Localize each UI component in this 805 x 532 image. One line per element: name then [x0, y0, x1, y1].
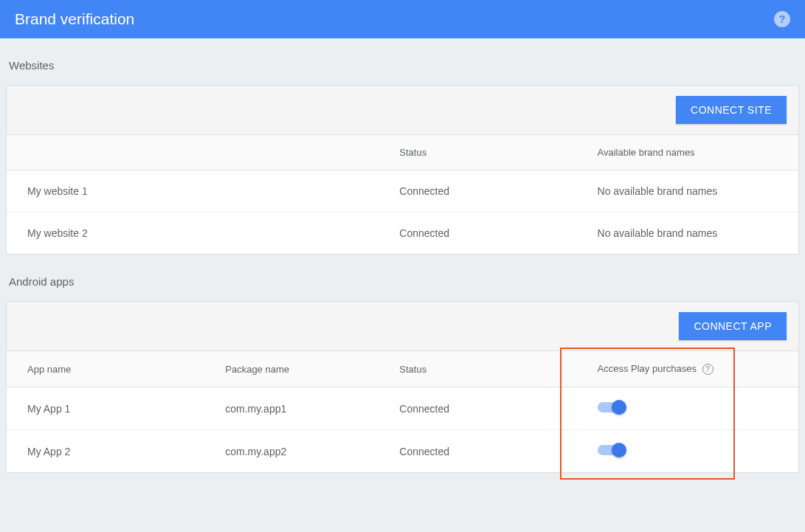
- apps-col-appname: App name: [7, 351, 204, 387]
- page-header: Brand verification ?: [0, 0, 805, 38]
- websites-section-label: Websites: [6, 38, 799, 85]
- connect-site-button[interactable]: CONNECT SITE: [676, 96, 787, 124]
- table-row: My website 2 Connected No available bran…: [7, 213, 798, 255]
- websites-card: CONNECT SITE Status Available brand name…: [6, 85, 799, 255]
- apps-col-status: Status: [379, 351, 576, 387]
- access-label: Access Play purchases: [598, 363, 697, 374]
- websites-col-brands: Available brand names: [577, 135, 798, 170]
- page-title: Brand verification: [15, 10, 134, 28]
- app-status: Connected: [379, 430, 576, 473]
- app-access-cell: [577, 430, 798, 473]
- apps-section-label: Android apps: [6, 255, 799, 301]
- table-row: My App 2 com.my.app2 Connected: [7, 430, 798, 473]
- app-access-cell: [577, 387, 798, 430]
- website-brands: No available brand names: [577, 213, 798, 255]
- apps-card: CONNECT APP App name Package name Status…: [6, 301, 799, 473]
- app-package: com.my.app2: [204, 430, 379, 473]
- table-row: My website 1 Connected No available bran…: [7, 170, 798, 213]
- app-name: My App 1: [7, 387, 204, 430]
- website-name: My website 2: [7, 213, 379, 255]
- app-status: Connected: [379, 387, 576, 430]
- apps-col-package: Package name: [204, 351, 379, 387]
- app-name: My App 2: [7, 430, 204, 473]
- website-status: Connected: [379, 170, 576, 213]
- apps-toolbar: CONNECT APP: [7, 302, 798, 351]
- apps-col-access: Access Play purchases ?: [577, 351, 798, 387]
- website-brands: No available brand names: [577, 170, 798, 213]
- help-icon[interactable]: ?: [702, 364, 714, 375]
- website-status: Connected: [379, 213, 576, 255]
- websites-toolbar: CONNECT SITE: [7, 86, 798, 135]
- website-name: My website 1: [7, 170, 379, 213]
- websites-table: Status Available brand names My website …: [7, 135, 798, 254]
- apps-table: App name Package name Status Access Play…: [7, 351, 798, 472]
- access-toggle[interactable]: [598, 445, 624, 455]
- websites-col-status: Status: [379, 135, 576, 170]
- access-toggle[interactable]: [598, 402, 624, 412]
- connect-app-button[interactable]: CONNECT APP: [679, 312, 787, 340]
- app-package: com.my.app1: [204, 387, 379, 430]
- table-row: My App 1 com.my.app1 Connected: [7, 387, 798, 430]
- websites-col-name: [7, 135, 379, 170]
- help-icon[interactable]: ?: [774, 11, 790, 27]
